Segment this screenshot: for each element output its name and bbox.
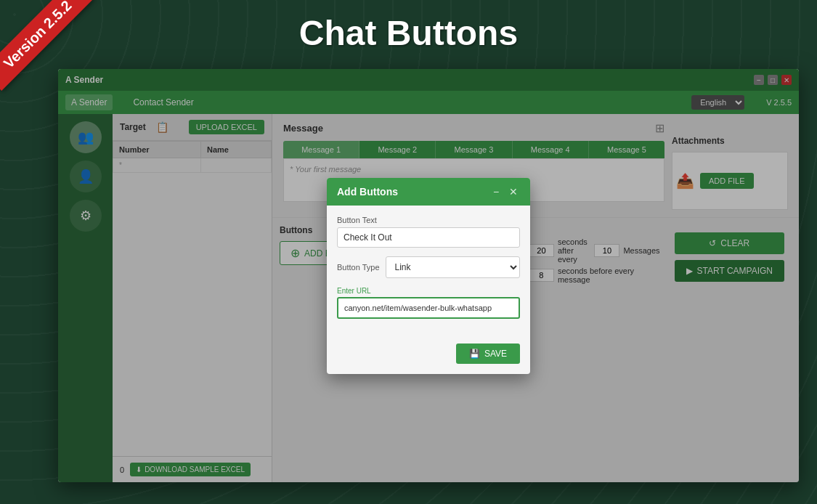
version-text: Version 2.5.2: [0, 0, 94, 91]
save-label: SAVE: [484, 349, 507, 359]
modal-overlay: Add Buttons − ✕ Button Text Button Type: [58, 69, 799, 482]
button-text-label: Button Text: [337, 216, 520, 224]
url-label: Enter URL: [337, 287, 520, 295]
modal-minimize-button[interactable]: −: [489, 185, 503, 198]
modal-body: Button Text Button Type Link Phone Quick…: [327, 206, 530, 338]
modal-controls: − ✕: [489, 185, 520, 198]
modal-close-button[interactable]: ✕: [507, 185, 520, 198]
app-window: A Sender − □ ✕ A Sender Contact Sender E…: [58, 69, 799, 482]
button-type-group: Button Type Link Phone Quick Reply: [337, 256, 520, 278]
url-input[interactable]: [337, 297, 520, 319]
modal-title: Add Buttons: [337, 186, 398, 198]
button-type-select[interactable]: Link Phone Quick Reply: [386, 256, 520, 278]
button-type-label: Button Type: [337, 263, 380, 272]
add-buttons-modal: Add Buttons − ✕ Button Text Button Type: [327, 178, 530, 374]
modal-footer: 💾 SAVE: [327, 338, 530, 374]
button-text-group: Button Text: [337, 216, 520, 248]
page-title: Chat Buttons: [0, 13, 817, 53]
button-text-input[interactable]: [337, 227, 520, 248]
save-icon: 💾: [469, 349, 480, 359]
url-group: Enter URL: [337, 287, 520, 319]
save-button[interactable]: 💾 SAVE: [456, 344, 520, 364]
modal-header: Add Buttons − ✕: [327, 178, 530, 206]
version-badge: Version 2.5.2: [0, 0, 116, 116]
button-type-row: Button Type Link Phone Quick Reply: [337, 256, 520, 278]
